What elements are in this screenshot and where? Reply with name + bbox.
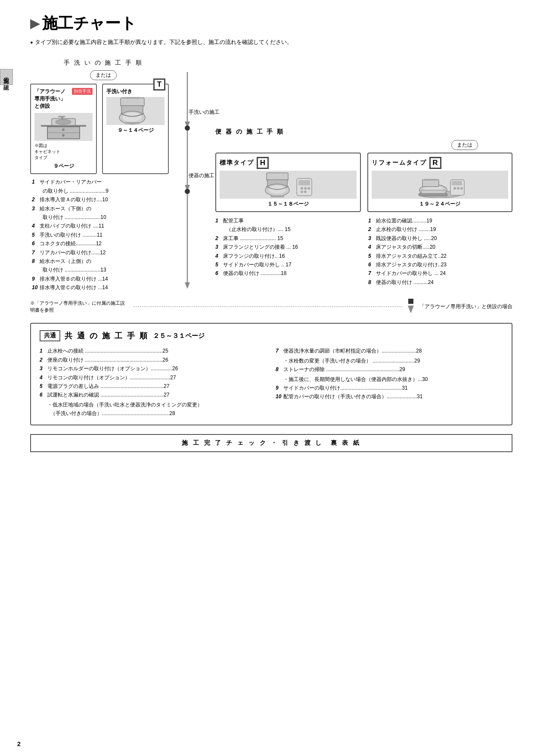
step-item: 8便器の取り付け ..........24 — [368, 278, 512, 287]
svg-rect-9 — [121, 98, 144, 106]
step-item: 4床アジャスタの切断.....20 — [368, 243, 512, 251]
common-steps-right: 7便器洗浄水量の調節（市町村指定の場合）....................… — [276, 347, 503, 418]
cabinet-toilet-image — [34, 113, 93, 141]
reform-page-ref: １９～２４ページ — [372, 200, 509, 208]
svg-point-44 — [460, 187, 463, 190]
reform-type-box: リフォームタイプ R — [367, 153, 513, 212]
reform-steps: 1給水位置の確認..........19 2止水栓の取り付け ........1… — [368, 216, 512, 287]
svg-point-18 — [185, 125, 190, 131]
cabinet-note: ※図は キャビネット タイプ — [34, 143, 93, 161]
step-item: 2止水栓の取り付け ........19 — [368, 225, 512, 234]
step-item: 2床工事 ......................... 15 — [215, 234, 360, 243]
common-steps-left: 1止水栓への接続 ...............................… — [40, 347, 267, 418]
R-badge: R — [429, 157, 441, 169]
side-label: 施工前の確認 — [0, 69, 13, 85]
step-item: 7リアカバーの取り付け......12 — [32, 248, 177, 257]
or-badge-handwash: または — [90, 70, 117, 80]
svg-point-19 — [185, 189, 190, 194]
svg-rect-8 — [58, 116, 65, 117]
step-item: 2排水導入管Ａの取り付け....10 — [32, 195, 177, 204]
common-step: ・水栓数の変更（手洗い付きの場合） ......................… — [276, 356, 503, 365]
common-section: 共通 共 通 の 施 工 手 順 ２５～３１ページ 1止水栓への接続 .....… — [30, 323, 512, 425]
arauno-box-title: 「アラウーノ専用手洗い」と併設 — [34, 88, 70, 109]
svg-rect-14 — [125, 122, 140, 124]
combined-note-row: ※「アラウーノ専用手洗い」に付属の施工説明書を参照 「アラウーノ専用手洗い」と併… — [30, 299, 512, 314]
step-item: 4支柱パイプの取り付け ....11 — [32, 222, 177, 230]
page-title: 施工チャート — [30, 13, 512, 34]
svg-point-30 — [307, 187, 310, 190]
common-step: 2便座の取り付け ...............................… — [40, 356, 267, 364]
common-step: 6試運転と水漏れの確認 ............................… — [40, 390, 267, 399]
toilet-section-title: 便 器 の 施 工 手 順 — [215, 128, 512, 136]
step-item: 10排水導入管Ｃの取り付け ...14 — [32, 283, 177, 292]
step-item: 3給水ホース（下側）の 取り付け .......................… — [32, 204, 177, 222]
common-step: 8ストレーナの掃除 ..............................… — [276, 365, 503, 374]
step-item: 6排水アジャスタの取り付け..23 — [368, 260, 512, 269]
step-item: 3床フランジとリングの接着 ... 16 — [215, 243, 360, 251]
product-box-temizuki: T 手洗い付き — [102, 84, 169, 174]
common-step: 10配管カバーの取り付け（手洗い付きの場合）..................… — [276, 392, 503, 401]
svg-rect-38 — [422, 180, 439, 187]
svg-point-13 — [123, 112, 142, 122]
step-item: 1配管工事 （止水栓の取り付け）.... 15 — [215, 216, 360, 234]
bottom-bar: 施 工 完 了 チ ェ ッ ク ・ 引 き 渡 し 裏 表 紙 — [30, 434, 512, 452]
svg-rect-41 — [452, 181, 462, 185]
reform-toilet-image — [372, 171, 509, 199]
step-item: 9排水導入管Ｂの取り付け ...14 — [32, 275, 177, 283]
flow-label-handwash: 手洗いの施工 — [189, 109, 220, 116]
svg-marker-45 — [408, 306, 414, 313]
common-step: 9サイドカバーの取り付け............................… — [276, 384, 503, 392]
subtitle: タイプ別に必要な施工内容と施工手順が異なります。下記を参照し、施工の流れを確認し… — [30, 38, 512, 46]
svg-rect-39 — [424, 179, 438, 181]
step-item: 5サイドカバーの取り外し .. 17 — [215, 260, 360, 269]
common-step: 7便器洗浄水量の調節（市町村指定の場合）....................… — [276, 347, 503, 355]
temizuki-toilet-image — [106, 97, 165, 125]
H-badge: H — [257, 157, 269, 169]
svg-point-3 — [62, 128, 65, 131]
flow-label-toilet: 便器の施工 — [189, 172, 214, 179]
svg-point-6 — [56, 119, 71, 125]
svg-rect-10 — [125, 97, 140, 99]
page-number: 2 — [17, 740, 21, 747]
svg-rect-25 — [270, 195, 284, 197]
combined-note-right: 「アラウーノ専用手洗い」と併設の場合 — [419, 303, 512, 310]
step-item: 5排水アジャスタの組み立て..22 — [368, 252, 512, 260]
product-box-arauno: 「アラウーノ専用手洗い」と併設 別売手洗 — [30, 84, 97, 174]
svg-point-43 — [457, 187, 459, 190]
dashed-line — [134, 306, 402, 307]
standard-label: 標準タイプ — [220, 159, 254, 167]
svg-point-28 — [301, 187, 303, 190]
svg-rect-37 — [419, 194, 447, 196]
kyotsuu-badge: 共通 — [40, 330, 60, 341]
common-step: ・低水圧地域の場合（手洗い吐水と便器洗浄のタイミングの変更） （手洗い付きの場合… — [40, 400, 267, 418]
svg-point-42 — [453, 187, 456, 190]
arauno-page-ref: ９ページ — [34, 162, 93, 170]
reform-label: リフォームタイプ — [372, 159, 427, 167]
step-item: 5手洗いの取り付け ..........11 — [32, 231, 177, 239]
common-page-range: ２５～３１ページ — [153, 332, 205, 340]
standard-steps: 1配管工事 （止水栓の取り付け）.... 15 2床工事 ...........… — [215, 216, 360, 287]
flow-bottom-connector — [407, 299, 415, 314]
svg-rect-27 — [298, 180, 310, 185]
step-item: 4床フランジの取り付け.. 16 — [215, 252, 360, 260]
combined-note-left: ※「アラウーノ専用手洗い」に付属の施工説明書を参照 — [30, 300, 129, 314]
T-badge: T — [153, 78, 165, 91]
step-item: 6コネクタの接続..............12 — [32, 239, 177, 248]
svg-point-4 — [62, 134, 65, 137]
standard-page-ref: １５～１８ページ — [220, 200, 357, 208]
step-item: 6便器の取り付け ..............18 — [215, 269, 360, 278]
common-step: 1止水栓への接続 ...............................… — [40, 347, 267, 355]
step-item: 3既設便器の取り外し .....20 — [368, 234, 512, 243]
betsuri-badge: 別売手洗 — [72, 88, 93, 95]
step-item: 1サイドカバー・リアカバー の取り外し ....................… — [32, 178, 177, 195]
common-step: 4リモコンの取り付け（オプション）.......................… — [40, 373, 267, 382]
common-step: 3リモコンホルダーの取り付け（オプション）...............26 — [40, 364, 267, 373]
standard-toilet-image — [220, 171, 357, 199]
common-step: 5電源プラグの差し込み ............................… — [40, 382, 267, 390]
or-badge-toilet: または — [451, 140, 478, 150]
handwash-steps: 1サイドカバー・リアカバー の取り外し ....................… — [30, 178, 177, 292]
common-step: ・施工後に、長期間使用しない場合（便器内部の水抜き）...30 — [276, 375, 503, 384]
svg-point-32 — [304, 191, 307, 193]
step-item: 8給水ホース（上側）の 取り付け .......................… — [32, 257, 177, 275]
common-title: 共 通 の 施 工 手 順 — [65, 331, 149, 341]
